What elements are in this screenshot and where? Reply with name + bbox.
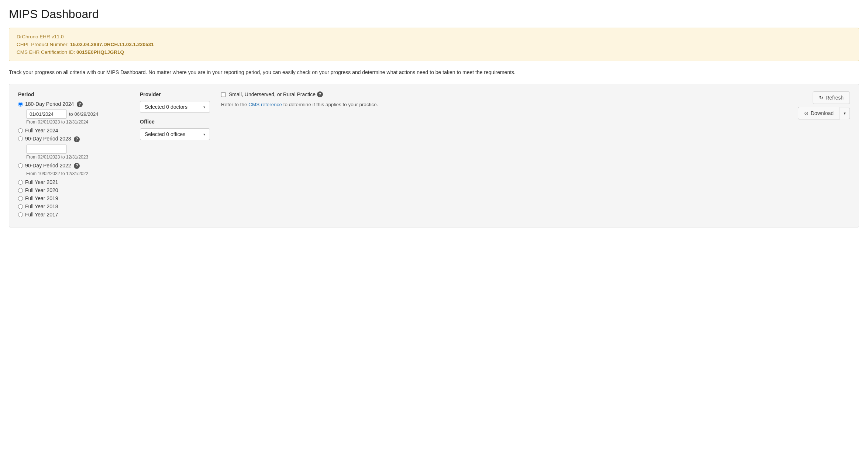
main-panel: Period 180-Day Period 2024 ? to 06/29/20… [9,84,859,227]
download-icon [804,110,809,116]
rural-row: Small, Underserved, or Rural Practice ? [221,91,769,97]
provider-office-section: Provider Selected 0 doctors ▾ Office Sel… [136,91,217,142]
banner-line-2: CHPL Product Number: 15.02.04.2897.DRCH.… [17,42,851,47]
period-range-90-2023: From 02/01/2023 to 12/31/2023 [26,154,129,160]
help-icon-90-2022[interactable]: ? [74,163,80,169]
period-option-full-2019[interactable]: Full Year 2019 [18,195,129,201]
period-range-180-2024: From 02/01/2023 to 12/31/2024 [26,119,129,125]
cms-id-label: CMS EHR Certification ID: [17,49,76,55]
period-option-180-2024[interactable]: 180-Day Period 2024 ? [18,101,129,107]
cms-reference-link[interactable]: CMS reference [248,102,282,107]
cms-ref-text: Refer to the CMS reference to determine … [221,101,769,108]
banner-line-3: CMS EHR Certification ID: 0015E0PHQ1JGR1… [17,49,851,55]
period-range-90-2022: From 10/02/2022 to 12/31/2022 [26,171,129,176]
period-label: Period [18,91,129,97]
period-option-full-2017[interactable]: Full Year 2017 [18,212,129,218]
period-radio-full-2017[interactable] [18,212,23,217]
provider-label: Provider [140,91,210,97]
office-section: Office Selected 0 offices ▾ [140,119,210,140]
provider-dropdown[interactable]: Selected 0 doctors ▾ [140,101,210,113]
period-section: Period 180-Day Period 2024 ? to 06/29/20… [18,91,136,220]
period-radio-90-2023[interactable] [18,136,23,141]
download-button[interactable]: Download [798,107,840,119]
period-radio-label-180-2024: 180-Day Period 2024 ? [25,101,83,107]
period-option-full-2024[interactable]: Full Year 2024 [18,128,129,133]
period-radio-full-2019[interactable] [18,196,23,201]
refresh-label: Refresh [826,95,844,101]
period-radio-label-full-2024: Full Year 2024 [25,128,58,133]
period-radio-180-2024[interactable] [18,102,23,107]
download-label: Download [811,110,834,116]
period-radio-full-2021[interactable] [18,180,23,185]
period-radio-label-full-2020: Full Year 2020 [25,187,58,193]
period-radio-full-2018[interactable] [18,204,23,209]
office-caret-icon: ▾ [203,132,205,136]
period-radio-label-full-2021: Full Year 2021 [25,179,58,185]
provider-dropdown-text: Selected 0 doctors [145,104,187,110]
page-title: MIPS Dashboard [9,7,859,21]
office-label: Office [140,119,210,125]
help-icon-90-2023[interactable]: ? [74,136,80,142]
cms-id-value: 0015E0PHQ1JGR1Q [76,49,124,55]
actions-section: Refresh Download ▾ [776,91,850,119]
period-start-date-90-2023[interactable] [26,145,67,154]
period-option-90-2022[interactable]: 90-Day Period 2022 ? [18,163,129,169]
period-radio-label-90-2022: 90-Day Period 2022 ? [25,163,80,169]
download-caret-button[interactable]: ▾ [840,108,850,119]
period-option-full-2021[interactable]: Full Year 2021 [18,179,129,185]
period-radio-90-2022[interactable] [18,163,23,168]
period-radio-label-90-2023: 90-Day Period 2023 ? [25,136,80,142]
office-dropdown[interactable]: Selected 0 offices ▾ [140,128,210,140]
period-date-row-90-2023 [26,145,129,154]
refresh-button[interactable]: Refresh [813,91,850,104]
period-to-text-180-2024: to 06/29/2024 [69,111,99,117]
panel-grid: Period 180-Day Period 2024 ? to 06/29/20… [18,91,850,220]
cms-ref-after: to determine if this applies to your pra… [282,102,378,107]
period-radio-label-full-2017: Full Year 2017 [25,212,58,218]
period-radio-full-2024[interactable] [18,128,23,133]
rural-section: Small, Underserved, or Rural Practice ? … [217,91,776,108]
office-dropdown-text: Selected 0 offices [145,131,185,137]
help-icon-180-2024[interactable]: ? [77,101,83,107]
period-radio-label-full-2019: Full Year 2019 [25,195,58,201]
info-banner: DrChrono EHR v11.0 CHPL Product Number: … [9,28,859,61]
help-icon-rural[interactable]: ? [317,91,323,97]
banner-line-1: DrChrono EHR v11.0 [17,34,851,39]
provider-caret-icon: ▾ [203,105,205,109]
period-radio-label-full-2018: Full Year 2018 [25,204,58,209]
cms-ref-before: Refer to the [221,102,248,107]
period-option-90-2023[interactable]: 90-Day Period 2023 ? [18,136,129,142]
description-text: Track your progress on all criteria with… [9,69,859,76]
period-date-row-180-2024: to 06/29/2024 [26,109,129,119]
period-start-date-180-2024[interactable] [26,109,67,119]
rural-checkbox[interactable] [221,92,226,97]
download-caret-icon: ▾ [844,111,846,115]
rural-label: Small, Underserved, or Rural Practice [229,91,316,97]
chpl-value: 15.02.04.2897.DRCH.11.03.1.220531 [70,42,154,47]
period-option-full-2020[interactable]: Full Year 2020 [18,187,129,193]
chpl-label: CHPL Product Number: [17,42,70,47]
period-option-full-2018[interactable]: Full Year 2018 [18,204,129,209]
period-radio-full-2020[interactable] [18,188,23,193]
download-button-group: Download ▾ [798,107,850,119]
refresh-icon [819,95,823,101]
